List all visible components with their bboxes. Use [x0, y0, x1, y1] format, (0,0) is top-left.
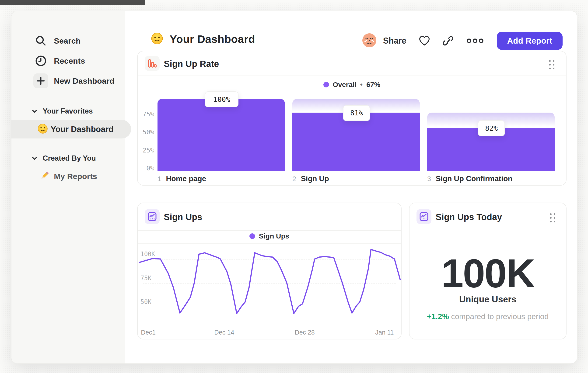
sidebar-item-label: New Dashboard	[54, 76, 115, 86]
header-actions: Share Add Report	[362, 31, 563, 50]
step-name: Home page	[166, 174, 206, 183]
line-chart-icon	[417, 209, 431, 224]
delta-value: +1.2%	[427, 312, 449, 321]
metric-delta: +1.2% compared to previous period	[410, 312, 566, 321]
share-label: Share	[383, 36, 406, 46]
sign-ups-today-card: Sign Ups Today 100K Unique Users +1.2% c…	[409, 202, 567, 339]
pencil-emoji-icon	[39, 171, 50, 182]
funnel-value-tooltip: 82%	[478, 120, 505, 136]
chevron-down-icon	[32, 157, 37, 160]
plus-icon	[33, 73, 48, 88]
chevron-down-icon	[32, 110, 37, 113]
funnel-y-axis-tick: 75%	[138, 111, 154, 118]
sidebar-item-label: My Reports	[54, 172, 97, 181]
sidebar-item-your-dashboard[interactable]: Your Dashboard	[11, 120, 131, 139]
funnel-bar[interactable]	[292, 113, 420, 171]
sign-up-rate-card: Sign Up Rate Overall • 67% 0%25%50%75%10…	[137, 51, 567, 186]
avatar[interactable]	[362, 33, 377, 49]
funnel-value-tooltip: 100%	[205, 91, 239, 107]
line-plot: 50K75K100KDec1Dec 14Dec 28Jan 11	[138, 203, 401, 339]
step-index: 2	[292, 175, 296, 183]
favorite-heart-icon[interactable]	[419, 36, 430, 46]
page-title: Your Dashboard	[151, 32, 255, 45]
smiley-emoji-icon	[151, 32, 163, 45]
metric-label: Unique Users	[410, 294, 566, 304]
app-window: Search Recents New Dashboard Your Favori…	[11, 11, 577, 364]
page-title-text: Your Dashboard	[170, 33, 255, 45]
divider	[138, 325, 401, 325]
metric-value: 100K	[410, 250, 566, 296]
sidebar-item-label: Search	[54, 36, 81, 45]
funnel-y-axis-tick: 25%	[138, 147, 154, 154]
sidebar-item-label: Your Dashboard	[51, 124, 114, 134]
search-icon	[33, 33, 48, 48]
share-button[interactable]: Share	[362, 33, 406, 49]
funnel-step-label: 2Sign Up	[292, 174, 329, 183]
step-name: Sign Up	[301, 174, 329, 183]
add-report-button[interactable]: Add Report	[497, 32, 563, 50]
sign-ups-card: Sign Ups Sign Ups 50K75K100KDec1Dec 14De…	[137, 202, 402, 339]
sidebar-item-my-reports[interactable]: My Reports	[39, 171, 97, 182]
sign-ups-line-series	[138, 203, 402, 340]
step-index: 1	[158, 175, 161, 183]
copy-link-icon[interactable]	[443, 35, 453, 46]
sidebar-item-recents[interactable]: Recents	[11, 51, 125, 71]
funnel-step-label: 1Home page	[158, 174, 206, 183]
sidebar-section-created-by-you[interactable]: Created By You	[32, 154, 96, 162]
funnel-bar[interactable]	[158, 99, 285, 171]
funnel-plot: 0%25%50%75%100%1Home page81%2Sign Up82%3…	[138, 51, 566, 185]
delta-note: compared to previous period	[451, 312, 549, 321]
background-window-strip	[0, 0, 145, 5]
funnel-y-axis-tick: 0%	[138, 165, 154, 172]
section-title: Created By You	[43, 154, 96, 162]
smiley-emoji-icon	[38, 123, 48, 135]
more-options-icon[interactable]	[466, 38, 484, 44]
sidebar-item-new-dashboard[interactable]: New Dashboard	[11, 71, 125, 91]
step-name: Sign Up Confirmation	[436, 174, 512, 183]
sidebar-section-your-favorites[interactable]: Your Favorites	[32, 107, 93, 115]
step-index: 3	[427, 175, 431, 183]
funnel-value-tooltip: 81%	[343, 105, 370, 121]
drag-handle-icon[interactable]	[550, 213, 556, 223]
section-title: Your Favorites	[43, 107, 93, 115]
clock-icon	[33, 53, 48, 68]
card-title: Sign Ups Today	[436, 212, 502, 222]
funnel-y-axis-tick: 50%	[138, 129, 154, 136]
sidebar-item-label: Recents	[54, 56, 85, 66]
screen: Search Recents New Dashboard Your Favori…	[0, 0, 588, 373]
sidebar-item-search[interactable]: Search	[11, 31, 125, 51]
funnel-step-label: 3Sign Up Confirmation	[427, 174, 512, 183]
sidebar: Search Recents New Dashboard Your Favori…	[11, 11, 125, 363]
